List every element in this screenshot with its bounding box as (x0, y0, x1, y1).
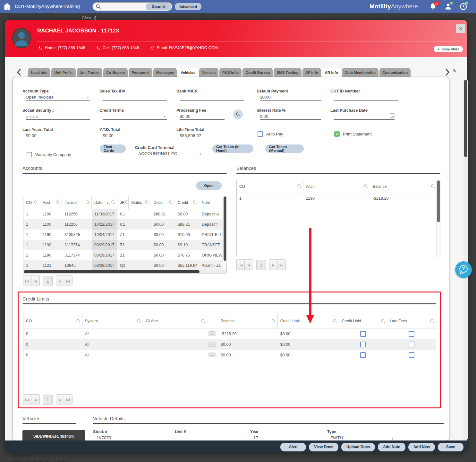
col-status[interactable]: Status (129, 196, 151, 209)
credit-terms-select[interactable] (103, 114, 167, 120)
column-search-icon[interactable] (271, 319, 276, 324)
add-note-button[interactable]: Add Note (378, 443, 405, 451)
chevron-down-icon[interactable]: ▼ (163, 115, 166, 118)
email[interactable]: Email: RAEJAE25@YAHOO.COM (150, 46, 218, 50)
tab-co-buyers[interactable]: Co-Buyers (103, 68, 128, 77)
last-purchase-date-input[interactable] (334, 114, 395, 120)
tabs-scroll-right-icon[interactable] (445, 69, 452, 76)
show-more-button[interactable]: ▼ Show More (434, 46, 463, 52)
cc-terminal-select[interactable]: ACCOUNTING1-PC (138, 151, 202, 157)
upload-docs-button[interactable]: Upload Docs (341, 443, 375, 451)
page-number[interactable]: 1 (43, 395, 53, 405)
alert-button[interactable]: Alert (280, 443, 306, 451)
content-scrollbar[interactable] (463, 79, 468, 440)
col-co[interactable]: CO (23, 314, 82, 328)
tab-credit-bureau[interactable]: Credit Bureau (242, 68, 273, 77)
column-search-icon[interactable] (333, 319, 337, 324)
col-late-fees[interactable]: Late Fees (387, 314, 436, 328)
tab-customization[interactable]: Customization (379, 68, 411, 77)
column-search-icon[interactable] (76, 319, 81, 324)
home-icon[interactable] (3, 2, 12, 11)
credit-hold-checkbox[interactable] (360, 342, 366, 347)
first-page-button[interactable]: ◀ (23, 395, 31, 405)
col-balance[interactable]: Balance (218, 314, 278, 328)
last-page-button[interactable]: ▶ (64, 276, 72, 286)
warranty-company-checkbox[interactable] (27, 152, 32, 157)
col-debit[interactable]: Debit (151, 196, 175, 209)
table-horizontal-scrollbar[interactable] (23, 270, 226, 274)
col-co[interactable]: CO (237, 180, 303, 193)
notifications-bell-icon[interactable]: 10 (429, 3, 437, 10)
home-phone[interactable]: Home: (727) 858-1848 (38, 46, 85, 50)
tab-unit-trades[interactable]: Unit Trades (77, 68, 103, 77)
col-credit-hold[interactable]: Credit Hold (339, 314, 387, 328)
late-fees-checkbox[interactable] (409, 331, 414, 337)
user-account-icon[interactable] (444, 3, 452, 10)
first-page-button[interactable]: ◀ (23, 276, 31, 286)
add-new-button[interactable]: Add New (408, 443, 435, 451)
view-docs-button[interactable]: View Docs (309, 443, 338, 451)
col-credit[interactable]: Credit (175, 196, 199, 209)
processing-fee-search-button[interactable] (233, 109, 243, 119)
column-search-icon[interactable] (125, 200, 129, 205)
search-input[interactable] (101, 3, 146, 11)
fleet-cards-button[interactable]: Fleet Cards (100, 144, 126, 153)
account-type-select[interactable]: Open Invoices (26, 95, 90, 100)
column-search-icon[interactable] (169, 200, 174, 205)
column-search-icon[interactable] (145, 200, 149, 205)
get-token-manual-button[interactable]: Get Token (Manual) (265, 144, 304, 153)
chevron-down-icon[interactable]: ▼ (391, 437, 394, 440)
tab-ps-info[interactable]: P&S Info. (219, 68, 242, 77)
page-number[interactable]: 1 (256, 260, 266, 270)
tab-personnel[interactable]: Personnel (129, 68, 152, 77)
open-account-button[interactable]: Open (196, 181, 222, 190)
type-select[interactable]: FWTH (330, 435, 391, 440)
first-page-button[interactable]: ◀ (237, 260, 245, 270)
column-search-icon[interactable] (137, 319, 141, 324)
next-page-button[interactable]: ▶ (56, 395, 64, 405)
gst-id-input[interactable] (334, 95, 398, 100)
tab-sms-texting[interactable]: SMS Texting (274, 68, 301, 77)
search-button[interactable]: Search (146, 3, 171, 10)
col-note[interactable]: Note (199, 196, 223, 209)
col-date[interactable]: Date↓ (92, 196, 117, 209)
table-vertical-scrollbar[interactable] (223, 196, 226, 270)
ssn-input[interactable]: ••••••••• (26, 114, 90, 120)
table-vertical-scrollbar[interactable] (436, 180, 440, 257)
row-options-button[interactable]: .. (208, 342, 216, 347)
sales-tax-input[interactable] (103, 95, 167, 100)
next-page-button[interactable]: ▶ (269, 260, 277, 270)
col-credit-limit[interactable]: Credit Limit (278, 314, 339, 328)
col-acct[interactable]: Acct (40, 196, 62, 209)
page-number[interactable]: 1 (43, 276, 53, 286)
prev-page-button[interactable]: ◀ (245, 260, 253, 270)
table-row[interactable]: 1110011225610/22/2017C1$0.00$88.81Deposi… (23, 219, 226, 230)
col-invoice[interactable]: Invoice (62, 196, 92, 209)
credit-hold-checkbox[interactable] (360, 331, 366, 337)
chevron-down-icon[interactable]: ▼ (86, 96, 89, 99)
chevron-down-icon[interactable]: ▼ (199, 153, 202, 156)
tab-messages[interactable]: Messages (153, 68, 177, 77)
col-acct[interactable]: Acct (303, 180, 370, 193)
tab-unit-prefs[interactable]: Unit Prefs. (51, 68, 76, 77)
col-co[interactable]: CO (23, 196, 40, 209)
cell-phone[interactable]: Cell: (727) 858-1848 (96, 46, 139, 50)
table-row[interactable]: 111211384508/28/2017Q1$0.00$55,119.64All… (23, 260, 226, 271)
print-statement-checkbox[interactable] (334, 131, 340, 137)
last-page-button[interactable]: ▶ (64, 395, 72, 405)
bank-micr-input[interactable] (180, 95, 244, 100)
table-row[interactable]: 0 All .. $0.00 $0.00 (23, 339, 436, 350)
late-fees-checkbox[interactable] (409, 342, 414, 347)
column-search-icon[interactable] (111, 200, 116, 205)
column-search-icon[interactable] (201, 319, 206, 324)
default-payment-input[interactable]: $0.00 (260, 95, 321, 100)
tab-club-membership[interactable]: Club Membership (342, 68, 378, 77)
column-search-icon[interactable] (85, 200, 90, 205)
column-search-icon[interactable] (364, 184, 369, 189)
table-row[interactable]: 1 1190 -$218.20 (237, 193, 440, 204)
stock-number-input[interactable]: 2K7079 (96, 435, 157, 440)
prev-page-button[interactable]: ◀ (31, 276, 39, 286)
tabs-scroll-left-icon[interactable] (17, 69, 23, 76)
processing-fee-input[interactable]: $0.00 (180, 114, 225, 120)
col-balance[interactable]: Balance (370, 180, 437, 193)
